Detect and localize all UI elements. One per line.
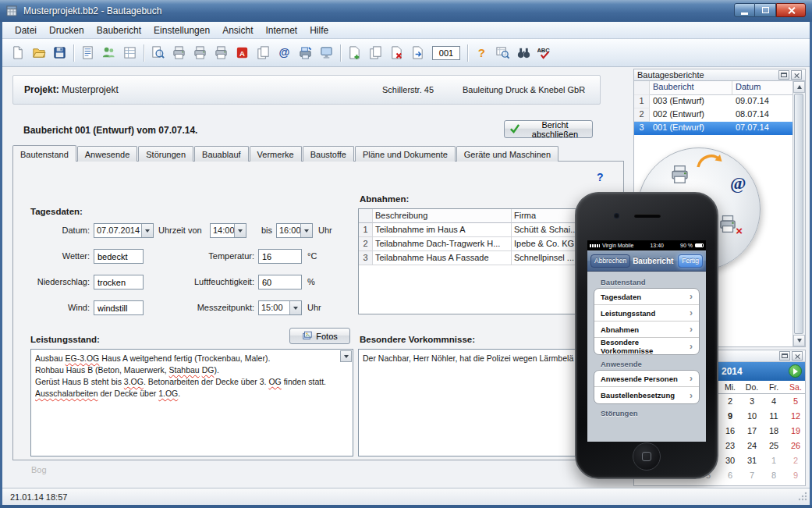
uhrzeit-bis-combobox[interactable]: 16:00 (276, 223, 313, 238)
tab-pläne-und-dokumente[interactable]: Pläne und Dokumente (355, 146, 456, 162)
calendar-day[interactable]: 9 (785, 468, 807, 483)
abnahme-row[interactable]: 1Teilabnahme im Haus ASchütt & Schai... (359, 223, 576, 237)
leistungsstand-dropdown-button[interactable] (340, 350, 352, 362)
phone-menu-item-tagesdaten[interactable]: Tagesdaten (594, 289, 699, 305)
calendar-day[interactable]: 11 (763, 409, 785, 424)
calendar-day[interactable]: 18 (763, 424, 785, 439)
phone-menu-item-abnahmen[interactable]: Abnahmen (594, 321, 699, 338)
leistungsstand-textarea[interactable]: Ausbau EG-3.OG Haus A weitgehend fertig … (30, 349, 353, 456)
menu-item-hilfe[interactable]: Hilfe (303, 23, 335, 37)
pdf-export-button[interactable]: A (232, 43, 253, 63)
messzeitpunkt-dropdown-button[interactable] (289, 301, 301, 314)
publish-online-button[interactable] (316, 43, 337, 63)
report-list-button[interactable] (77, 43, 98, 63)
scrollbar-thumb[interactable] (794, 94, 803, 334)
home-button[interactable] (633, 442, 661, 471)
new-report-page-button[interactable] (344, 43, 365, 63)
abnahme-row[interactable]: 2Teilabnahme Dach-Tragwerk H...Ipebe & C… (359, 237, 576, 251)
send-fax-button[interactable] (295, 43, 316, 63)
spellcheck-button[interactable]: ABC (534, 43, 555, 63)
calendar-next-month-button[interactable] (789, 364, 802, 378)
search-data-button[interactable] (492, 43, 513, 63)
phone-cancel-button[interactable]: Abbrechen (590, 254, 630, 268)
calendar-day[interactable]: 7 (741, 468, 763, 483)
calendar-day[interactable]: 16 (719, 424, 741, 439)
printer-icon[interactable] (669, 164, 690, 185)
maximize-button[interactable] (755, 3, 776, 17)
copy-report-button[interactable] (253, 43, 274, 63)
menu-item-internet[interactable]: Internet (260, 23, 304, 37)
niederschlag-input[interactable] (94, 275, 144, 290)
wetter-input[interactable] (94, 249, 144, 264)
messzeitpunkt-combobox[interactable]: 15:00 (258, 300, 302, 315)
calendar-day[interactable]: 4 (763, 394, 785, 409)
print-form-button[interactable] (211, 43, 232, 63)
report-number-input[interactable] (432, 46, 460, 60)
menu-item-einstellungen[interactable]: Einstellungen (147, 23, 216, 37)
menu-item-baubericht[interactable]: Baubericht (90, 23, 147, 37)
scroll-up-button[interactable] (793, 81, 805, 93)
phone-menu-item-anwesende-personen[interactable]: Anwesende Personen (594, 371, 699, 387)
uhrzeit-von-combobox[interactable]: 14:00 (210, 223, 246, 238)
calendar-day[interactable]: 26 (785, 439, 807, 453)
minimize-button[interactable] (734, 3, 755, 17)
new-document-button[interactable] (7, 43, 28, 63)
calendar-day[interactable]: 8 (763, 468, 785, 483)
calendar-day[interactable]: 5 (785, 394, 807, 409)
panel-close-button[interactable] (791, 70, 802, 80)
scroll-down-button[interactable] (793, 335, 805, 346)
phone-menu-item-leistungsstand[interactable]: Leistungsstand (594, 305, 699, 321)
calendar-day[interactable]: 23 (719, 439, 741, 453)
tab-bauablauf[interactable]: Bauablauf (194, 146, 249, 162)
abnahme-row[interactable]: 3Teilabnahme Haus A FassadeSchnellpinsel… (359, 251, 576, 265)
tab-anwesende[interactable]: Anwesende (77, 146, 138, 162)
tab-bautenstand[interactable]: Bautenstand (12, 145, 76, 162)
contacts-button[interactable] (98, 43, 119, 63)
email-at-icon[interactable]: @ (730, 173, 746, 194)
wind-input[interactable] (94, 300, 144, 315)
calendar-day[interactable]: 17 (741, 424, 763, 439)
calendar-day[interactable]: 31 (741, 453, 763, 468)
tab-störungen[interactable]: Störungen (138, 146, 193, 162)
help-button[interactable]: ? (471, 43, 492, 63)
tab-baustoffe[interactable]: Baustoffe (303, 146, 354, 162)
fotos-button[interactable]: Fotos (289, 328, 350, 344)
phone-menu-item-besondere-vorkommnisse[interactable]: Besondere Vorkommnisse (594, 338, 699, 354)
calendar-day[interactable]: 19 (785, 424, 807, 439)
menu-item-ansicht[interactable]: Ansicht (216, 23, 259, 37)
finish-report-button[interactable]: Bericht abschließen (504, 120, 593, 138)
uhrzeit-bis-dropdown-button[interactable] (300, 224, 312, 237)
bericht-row[interactable]: 1003 (Entwurf)09.07.14 (634, 95, 805, 108)
resize-grip[interactable] (798, 492, 807, 503)
help-icon[interactable]: ? (597, 171, 604, 183)
calendar-day[interactable]: 2 (785, 453, 807, 468)
panel-float-button[interactable] (778, 70, 789, 80)
uhrzeit-von-dropdown-button[interactable] (234, 224, 246, 237)
temperatur-input[interactable] (258, 249, 302, 264)
tab-vermerke[interactable]: Vermerke (250, 146, 302, 162)
datum-combobox[interactable]: 07.07.2014 (94, 223, 154, 238)
calendar-day[interactable]: 30 (719, 453, 741, 468)
phone-done-button[interactable]: Fertig (678, 254, 703, 268)
calendar-day[interactable]: 9 (719, 409, 741, 424)
calendar-day[interactable]: 25 (763, 439, 785, 453)
bericht-row[interactable]: 2002 (Entwurf)08.07.14 (634, 108, 805, 122)
panel-close-button[interactable] (792, 351, 803, 361)
phone-menu-item-baustellenbesetzung[interactable]: Baustellenbesetzung (594, 387, 699, 403)
panel-float-button[interactable] (779, 351, 790, 361)
delete-report-button[interactable] (386, 43, 407, 63)
menu-item-datei[interactable]: Datei (9, 23, 43, 37)
calendar-day[interactable]: 3 (741, 394, 763, 409)
tab-geräte-und-maschinen[interactable]: Geräte und Maschinen (456, 146, 558, 162)
luftfeuchtigkeit-input[interactable] (258, 275, 302, 290)
datum-dropdown-button[interactable] (141, 224, 153, 237)
send-email-button[interactable]: @ (274, 43, 295, 63)
calendar-day[interactable]: 1 (763, 453, 785, 468)
fax-icon[interactable]: × (718, 214, 738, 234)
close-button[interactable] (776, 3, 806, 17)
abnahmen-table[interactable]: BeschreibungFirma1Teilabnahme im Haus AS… (358, 208, 576, 314)
bericht-row[interactable]: 3001 (Entwurf)07.07.14 (634, 122, 805, 135)
print-preview-button[interactable] (147, 43, 168, 63)
save-button[interactable] (49, 43, 70, 63)
search-button[interactable] (513, 43, 534, 63)
